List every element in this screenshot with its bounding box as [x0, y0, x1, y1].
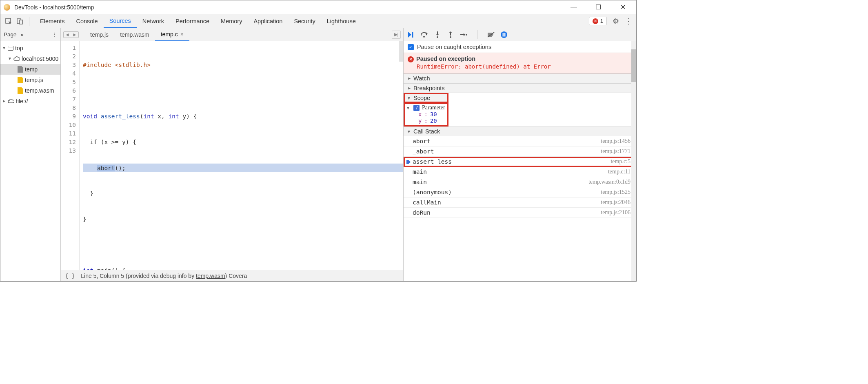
navigator-panel: Page » ⋮ ▼ top ▼ localhost:5000 temp tem… — [0, 28, 61, 281]
window-maximize-button[interactable]: ☐ — [592, 3, 604, 11]
scope-var-y[interactable]: y: 20 — [407, 118, 445, 124]
debugger-panel: ✓ Pause on caught exceptions ✕Paused on … — [404, 28, 636, 281]
device-toolbar-icon[interactable] — [16, 17, 24, 25]
tree-row-file-temp[interactable]: temp — [0, 64, 60, 75]
window-titlebar: DevTools - localhost:5000/temp — ☐ ✕ — [0, 0, 636, 14]
debugger-toolbar — [404, 28, 636, 41]
error-count-badge[interactable]: ✕ 1 — [589, 17, 607, 25]
svg-rect-3 — [412, 32, 413, 38]
app-favicon — [4, 4, 10, 11]
step-icon[interactable] — [459, 30, 468, 39]
callstack-row[interactable]: _aborttemp.js:1771 — [404, 146, 636, 157]
tab-network[interactable]: Network — [137, 14, 170, 28]
pause-caught-label: Pause on caught exceptions — [417, 44, 491, 50]
resume-icon[interactable] — [407, 30, 416, 39]
tab-security[interactable]: Security — [288, 14, 321, 28]
debugger-body: ✓ Pause on caught exceptions ✕Paused on … — [404, 41, 636, 281]
paused-title: Paused on exception — [416, 55, 475, 62]
navigator-more-tabs-icon[interactable]: » — [21, 31, 24, 38]
code-editor[interactable]: 12345678910111213 #include <stdlib.h> vo… — [61, 41, 403, 270]
svg-rect-10 — [503, 33, 504, 36]
window-icon — [8, 46, 13, 51]
function-badge-icon: f — [413, 105, 420, 111]
file-tree: ▼ top ▼ localhost:5000 temp temp.js temp… — [0, 41, 60, 107]
svg-point-6 — [450, 36, 451, 38]
status-text: Line 5, Column 5 (provided via debug inf… — [81, 273, 247, 279]
tab-console[interactable]: Console — [70, 14, 103, 28]
tree-label-origin: localhost:5000 — [22, 54, 58, 63]
cloud-icon — [8, 99, 14, 104]
step-over-icon[interactable] — [420, 30, 429, 39]
callstack-row-current[interactable]: assert_lesstemp.c:5 — [404, 157, 636, 167]
callstack-row[interactable]: aborttemp.js:1456 — [404, 136, 636, 146]
tree-row-origin[interactable]: ▼ localhost:5000 — [0, 53, 60, 64]
section-breakpoints[interactable]: ▼Breakpoints — [404, 83, 636, 93]
js-file-icon — [18, 77, 23, 83]
nav-back-icon[interactable]: ◄ — [64, 32, 71, 38]
scope-group-row[interactable]: ▼fParameter — [407, 104, 445, 111]
devtools-toolbar: Elements Console Sources Network Perform… — [0, 14, 636, 28]
more-menu-icon[interactable]: ⋮ — [625, 17, 632, 26]
tab-application[interactable]: Application — [248, 14, 288, 28]
editor-tab-tempwasm[interactable]: temp.wasm — [114, 28, 155, 41]
checkbox-checked-icon[interactable]: ✓ — [408, 44, 414, 50]
editor-tabstrip: ◄► temp.js temp.wasm temp.c× ▶| — [61, 28, 403, 41]
tree-row-file-tempwasm[interactable]: temp.wasm — [0, 85, 60, 96]
section-scope[interactable]: ▼Scope — [404, 93, 448, 103]
deactivate-breakpoints-icon[interactable] — [486, 30, 495, 39]
pretty-print-icon[interactable]: { } — [65, 273, 75, 279]
tab-memory[interactable]: Memory — [215, 14, 248, 28]
scope-body: ▼fParameter x: 30 y: 20 — [404, 103, 448, 127]
inspect-element-icon[interactable] — [4, 17, 13, 25]
section-watch[interactable]: ▼Watch — [404, 73, 636, 83]
nav-fwd-icon[interactable]: ► — [71, 32, 78, 38]
callstack-row[interactable]: maintemp.c:11 — [404, 167, 636, 177]
step-into-icon[interactable] — [433, 30, 442, 39]
pause-caught-exceptions-row[interactable]: ✓ Pause on caught exceptions — [404, 41, 636, 53]
tab-lighthouse[interactable]: Lighthouse — [321, 14, 362, 28]
step-out-icon[interactable] — [446, 30, 455, 39]
svg-point-4 — [423, 36, 425, 38]
tab-sources[interactable]: Sources — [104, 14, 137, 28]
paused-message: RuntimeError: abort(undefined) at Error — [417, 63, 632, 70]
nav-history-buttons[interactable]: ◄► — [63, 31, 79, 38]
window-minimize-button[interactable]: — — [568, 3, 580, 11]
tree-label-file-scheme: file:// — [16, 97, 28, 106]
show-function-icon[interactable]: ▶| — [392, 31, 401, 39]
debugger-scrollbar[interactable] — [631, 41, 636, 281]
editor-scrollbar[interactable] — [399, 41, 403, 62]
error-circle-icon: ✕ — [408, 56, 414, 62]
status-link[interactable]: temp.wasm — [196, 273, 225, 279]
callstack-row[interactable]: callMaintemp.js:2046 — [404, 198, 636, 208]
line-gutter: 12345678910111213 — [61, 41, 80, 270]
svg-point-7 — [466, 34, 467, 36]
window-close-button[interactable]: ✕ — [617, 3, 629, 11]
tab-performance[interactable]: Performance — [170, 14, 215, 28]
tree-row-file-tempjs[interactable]: temp.js — [0, 75, 60, 85]
editor-tab-tempc[interactable]: temp.c× — [155, 28, 189, 41]
error-count: 1 — [600, 18, 603, 24]
wasm-file-icon — [18, 87, 23, 94]
callstack-row[interactable]: maintemp.wasm:0x1d9 — [404, 177, 636, 187]
editor-tab-tempjs[interactable]: temp.js — [84, 28, 114, 41]
tree-label-file: temp — [25, 65, 38, 74]
navigator-tab-page[interactable]: Page — [4, 31, 17, 38]
tree-row-top[interactable]: ▼ top — [0, 43, 60, 53]
window-title: DevTools - localhost:5000/temp — [14, 4, 564, 11]
navigator-header: Page » ⋮ — [0, 28, 60, 41]
tree-label-top: top — [15, 44, 23, 53]
tab-elements[interactable]: Elements — [34, 14, 70, 28]
svg-rect-11 — [504, 33, 506, 36]
close-tab-icon[interactable]: × — [180, 31, 184, 38]
section-callstack[interactable]: ▼Call Stack — [404, 127, 636, 136]
svg-rect-2 — [20, 20, 22, 24]
tree-row-file-scheme[interactable]: ▼ file:// — [0, 96, 60, 107]
tree-label-file: temp.js — [25, 75, 43, 84]
pause-exceptions-icon[interactable] — [499, 30, 508, 39]
navigator-menu-icon[interactable]: ⋮ — [51, 31, 57, 38]
settings-gear-icon[interactable]: ⚙ — [613, 17, 619, 26]
scope-var-x[interactable]: x: 30 — [407, 111, 445, 118]
callstack-row[interactable]: doRuntemp.js:2106 — [404, 208, 636, 218]
callstack-row[interactable]: (anonymous)temp.js:1525 — [404, 187, 636, 198]
code-content: #include <stdlib.h> void assert_less(int… — [80, 41, 403, 270]
